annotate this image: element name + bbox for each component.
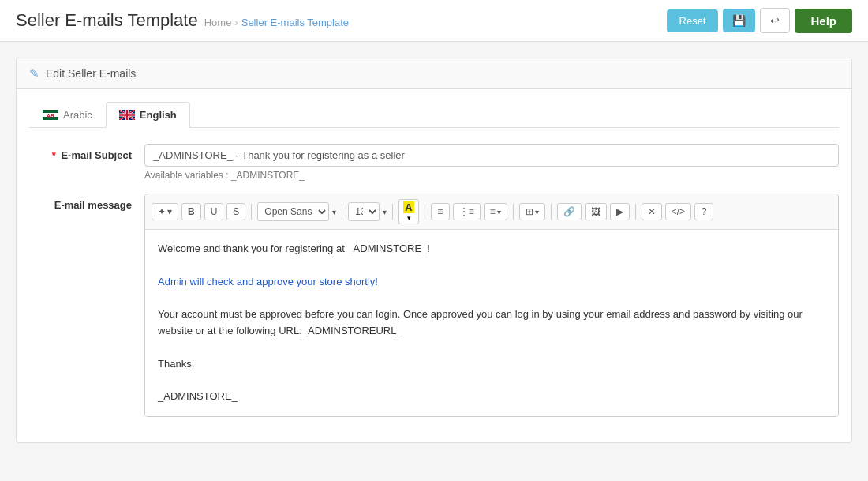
font-family-dropdown: ▾ [332,208,336,216]
remove-format-icon: ✕ [648,206,656,217]
link-icon: 🔗 [563,206,575,217]
language-tabs: AR Arabic [29,102,839,128]
font-color-btn[interactable]: A ▾ [398,199,418,224]
arabic-flag-icon: AR [43,110,58,120]
message-line-1: Welcome and thank you for registering at… [158,241,825,257]
message-field: ✦ ▾ B U S Open Sans [144,194,839,417]
separator-2 [342,204,342,220]
subject-label: * E-mail Subject [29,144,132,161]
breadcrumb-current: Seller E-mails Template [241,17,349,28]
message-row: E-mail message ✦ ▾ B U S [29,194,839,417]
font-size-dropdown: ▾ [383,208,387,216]
remove-format-btn[interactable]: ✕ [642,203,662,220]
unordered-list-btn[interactable]: ≡ [431,203,450,220]
top-bar-actions: Reset 💾 ↩ Help [667,8,852,33]
tab-english-label: English [140,109,177,121]
main-content: ✎ Edit Seller E-mails AR [16,58,852,443]
align-dropdown: ▾ [497,208,501,216]
top-bar: Seller E-mails Template Home › Seller E-… [0,0,868,42]
svg-text:AR: AR [47,113,54,118]
align-btn[interactable]: ≡ ▾ [484,203,507,220]
image-btn[interactable]: 🖼 [585,203,607,220]
available-variables: Available variables : _ADMINSTORE_ [144,170,839,181]
ol-icon: ⋮≡ [459,206,474,217]
back-icon: ↩ [770,14,780,27]
bold-btn[interactable]: B [181,203,201,220]
font-color-dropdown: ▾ [407,214,411,222]
subject-input[interactable] [144,144,839,167]
magic-toolbar-btn[interactable]: ✦ ▾ [152,203,178,220]
code-btn[interactable]: </> [665,203,691,220]
table-btn[interactable]: ⊞ ▾ [519,203,545,220]
breadcrumb-home[interactable]: Home [204,17,232,28]
help-icon: ? [702,206,707,217]
separator-3 [392,204,393,220]
tab-english[interactable]: English [106,102,190,128]
back-button[interactable]: ↩ [760,8,790,33]
align-icon: ≡ [490,206,496,217]
message-label-text: E-mail message [54,199,132,211]
breadcrumb: Home › Seller E-mails Template [204,17,349,28]
panel-header: ✎ Edit Seller E-mails [17,58,851,89]
magic-dropdown-icon: ▾ [167,206,172,217]
separator-6 [551,204,552,220]
edit-icon: ✎ [29,66,39,81]
message-line-4: Thanks. [158,356,825,373]
separator-5 [513,204,514,220]
page-title: Seller E-mails Template [16,10,198,31]
image-icon: 🖼 [591,206,600,217]
table-icon: ⊞ [526,206,533,217]
ul-icon: ≡ [437,206,443,217]
top-bar-left: Seller E-mails Template Home › Seller E-… [16,10,349,31]
subject-label-text: E-mail Subject [61,149,132,161]
separator-4 [425,204,425,220]
save-icon: 💾 [732,14,746,27]
font-size-select[interactable]: 13 [348,202,380,221]
message-line-3: Your account must be approved before you… [158,306,825,340]
media-btn[interactable]: ▶ [610,203,630,220]
message-line-2: Admin will check and approve your store … [158,274,825,291]
panel-title: Edit Seller E-mails [46,67,136,80]
media-icon: ▶ [616,206,623,217]
magic-icon: ✦ [158,206,166,217]
english-flag-icon [119,110,135,120]
ordered-list-btn[interactable]: ⋮≡ [453,203,481,220]
font-color-letter: A [403,201,413,213]
help-toolbar-btn[interactable]: ? [694,203,713,220]
help-button[interactable]: Help [795,9,852,33]
subject-field: Available variables : _ADMINSTORE_ [144,144,839,181]
editor-content[interactable]: Welcome and thank you for registering at… [145,230,838,416]
panel-body: AR Arabic [17,89,851,442]
message-label: E-mail message [29,194,132,211]
breadcrumb-sep: › [234,17,238,28]
underline-btn[interactable]: U [204,203,224,220]
message-line-5: _ADMINSTORE_ [158,389,825,405]
separator-1 [251,204,252,220]
editor-toolbar: ✦ ▾ B U S Open Sans [145,194,838,230]
link-btn[interactable]: 🔗 [557,203,582,220]
required-star: * [52,149,56,161]
reset-button[interactable]: Reset [667,9,719,32]
save-button[interactable]: 💾 [723,9,755,32]
subject-row: * E-mail Subject Available variables : _… [29,144,839,181]
tab-arabic-label: Arabic [63,109,92,121]
tab-arabic[interactable]: AR Arabic [29,102,106,127]
strikethrough-icon: S [233,206,239,217]
code-icon: </> [672,206,685,217]
strikethrough-btn[interactable]: S [226,203,245,220]
rich-text-editor: ✦ ▾ B U S Open Sans [144,194,839,417]
table-dropdown: ▾ [535,208,539,216]
panel: ✎ Edit Seller E-mails AR [16,58,852,443]
separator-7 [635,204,636,220]
font-family-select[interactable]: Open Sans [257,202,329,221]
